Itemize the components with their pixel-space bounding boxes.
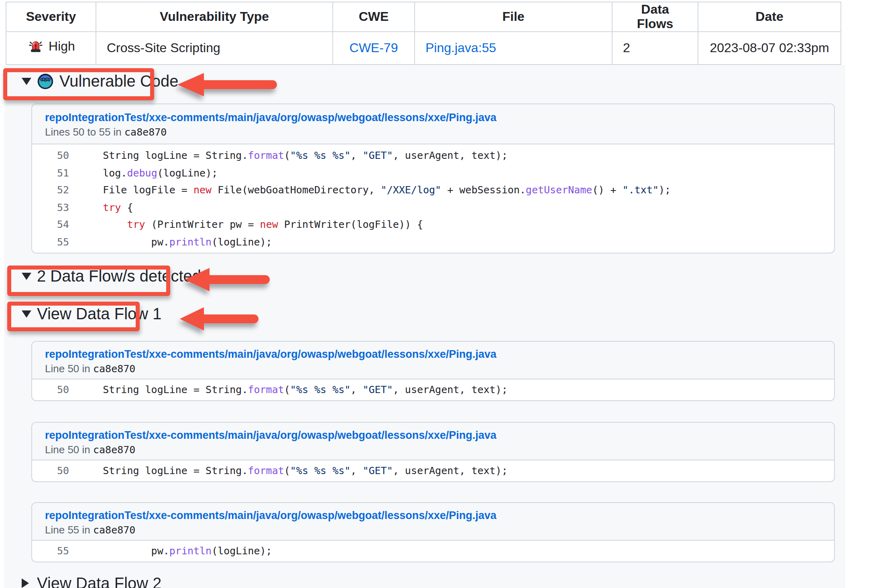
cwe-cell: CWE-79 (333, 32, 415, 65)
vulnerable-code-summary[interactable]: Vulnerable Code (22, 71, 835, 91)
code-text: try (PrintWriter pw = new PrintWriter(lo… (79, 216, 423, 233)
commit-hash: ca8e870 (93, 524, 135, 536)
code-block-meta: Line 50 in ca8e870 (45, 363, 821, 375)
file-path-link[interactable]: repoIntegrationTest/xxe-comments/main/ja… (45, 347, 821, 362)
data-flows-detected-summary[interactable]: 2 Data Flow/s detected (22, 266, 835, 286)
vulnerability-report-page: Severity Vulnerability Type CWE File Dat… (0, 2, 871, 588)
code-lines: 55 pw.println(logLine); (32, 541, 834, 562)
code-text: File logFile = new File(webGoatHomeDirec… (79, 181, 671, 199)
code-line: 55 pw.println(logLine); (32, 543, 834, 559)
commit-hash: ca8e870 (93, 363, 135, 375)
view-data-flow-2-label: View Data Flow 2 (37, 574, 162, 588)
view-data-flow-2-summary[interactable]: View Data Flow 2 (22, 574, 835, 588)
file-path-link[interactable]: repoIntegrationTest/xxe-comments/main/ja… (45, 428, 821, 443)
wave-logo-icon (37, 73, 54, 89)
report-details-container: Vulnerable Code repoIntegrationTest/xxe-… (4, 65, 845, 588)
line-number: 51 (32, 164, 79, 181)
data-flow-step-block: repoIntegrationTest/xxe-comments/main/ja… (31, 422, 835, 482)
line-number: 52 (32, 181, 79, 199)
vulnerability-type-cell: Cross-Site Scripting (96, 32, 333, 65)
code-line: 50 String logLine = String.format("%s %s… (32, 382, 834, 398)
code-line: 52 File logFile = new File(webGoatHomeDi… (32, 181, 834, 199)
code-text: try { (79, 199, 133, 216)
column-header-vulnerability-type: Vulnerability Type (96, 2, 333, 32)
code-line: 54 try (PrintWriter pw = new PrintWriter… (32, 216, 834, 233)
severity-cell: High (6, 32, 96, 65)
code-lines: 50 String logLine = String.format("%s %s… (32, 144, 834, 253)
severity-label: High (49, 39, 75, 54)
code-block-meta: Lines 50 to 55 in ca8e870 (45, 126, 821, 139)
code-line: 50 String logLine = String.format("%s %s… (32, 463, 834, 479)
code-lines: 50 String logLine = String.format("%s %s… (32, 379, 834, 400)
view-data-flow-1-label: View Data Flow 1 (37, 304, 162, 323)
column-header-severity: Severity (6, 2, 96, 32)
code-block-meta: Line 50 in ca8e870 (45, 444, 821, 456)
file-link[interactable]: Ping.java:55 (425, 41, 496, 55)
line-range-label: Line 50 in (45, 363, 93, 375)
vulnerable-code-block: repoIntegrationTest/xxe-comments/main/ja… (31, 103, 835, 253)
line-number: 53 (32, 199, 79, 216)
table-row: High Cross-Site Scripting CWE-79 Ping.ja… (6, 32, 841, 65)
column-header-data-flows: Data Flows (612, 2, 698, 32)
date-cell: 2023-08-07 02:33pm (698, 32, 841, 65)
data-flow-step-block: repoIntegrationTest/xxe-comments/main/ja… (31, 341, 835, 401)
line-range-label: Line 50 in (45, 444, 93, 456)
code-line: 55 pw.println(logLine); (32, 233, 834, 250)
code-block-meta: Line 55 in ca8e870 (45, 524, 821, 537)
vulnerable-code-label: Vulnerable Code (59, 72, 179, 90)
column-header-file: File (415, 2, 612, 32)
code-text: String logLine = String.format("%s %s %s… (79, 463, 508, 479)
code-block-header: repoIntegrationTest/xxe-comments/main/ja… (32, 503, 834, 541)
code-block-header: repoIntegrationTest/xxe-comments/main/ja… (32, 342, 834, 379)
code-text: pw.println(logLine); (79, 543, 272, 559)
line-number: 50 (32, 147, 79, 164)
code-line: 50 String logLine = String.format("%s %s… (32, 147, 834, 164)
cwe-link[interactable]: CWE-79 (350, 41, 398, 55)
view-data-flow-1-summary[interactable]: View Data Flow 1 (22, 304, 835, 323)
commit-hash: ca8e870 (93, 444, 135, 456)
data-flows-cell: 2 (612, 32, 698, 65)
triangle-down-icon (22, 310, 31, 317)
line-range-label: Line 55 in (45, 524, 93, 536)
line-number: 50 (32, 382, 79, 398)
code-line: 51 log.debug(logLine); (32, 164, 834, 181)
line-number: 55 (32, 233, 79, 250)
triangle-down-icon (22, 272, 31, 280)
file-cell: Ping.java:55 (415, 32, 612, 65)
commit-hash: ca8e870 (124, 126, 167, 138)
siren-icon (27, 38, 44, 55)
code-text: pw.println(logLine); (79, 233, 272, 250)
column-header-date: Date (698, 2, 841, 32)
line-range-label: Lines 50 to 55 in (45, 126, 124, 138)
code-block-header: repoIntegrationTest/xxe-comments/main/ja… (32, 423, 834, 460)
line-number: 54 (32, 216, 79, 233)
code-block-header: repoIntegrationTest/xxe-comments/main/ja… (32, 104, 834, 144)
code-lines: 50 String logLine = String.format("%s %s… (32, 460, 834, 481)
triangle-down-icon (22, 77, 31, 85)
column-header-cwe: CWE (333, 2, 415, 32)
line-number: 55 (32, 543, 79, 559)
code-text: String logLine = String.format("%s %s %s… (79, 147, 508, 164)
triangle-right-icon (22, 578, 29, 588)
data-flows-detected-label: 2 Data Flow/s detected (37, 267, 201, 285)
file-path-link[interactable]: repoIntegrationTest/xxe-comments/main/ja… (45, 111, 821, 125)
code-line: 53 try { (32, 199, 834, 216)
line-number: 50 (32, 463, 79, 479)
file-path-link[interactable]: repoIntegrationTest/xxe-comments/main/ja… (45, 509, 821, 523)
code-text: log.debug(logLine); (79, 164, 218, 181)
code-text: String logLine = String.format("%s %s %s… (79, 382, 508, 398)
vulnerability-summary-table: Severity Vulnerability Type CWE File Dat… (6, 2, 841, 65)
table-header-row: Severity Vulnerability Type CWE File Dat… (6, 2, 841, 32)
data-flow-step-block: repoIntegrationTest/xxe-comments/main/ja… (31, 502, 835, 562)
